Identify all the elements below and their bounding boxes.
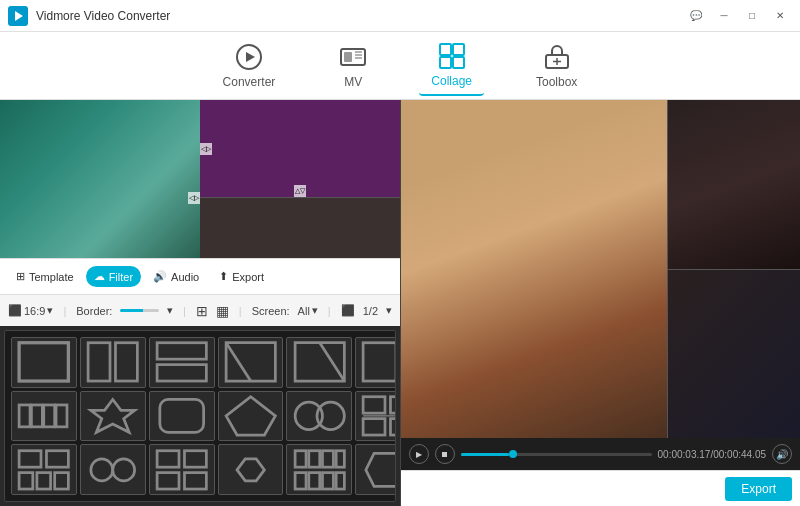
template-item-40[interactable] [286, 444, 352, 495]
toolbox-icon [543, 43, 571, 71]
svg-point-142 [113, 459, 135, 481]
left-video-preview[interactable]: ◁▷ [0, 100, 200, 258]
left-preview-area: ◁▷ ◁▷ △▽ [0, 100, 400, 258]
toolbox-label: Toolbox [536, 75, 577, 89]
right-main-video[interactable] [401, 100, 667, 438]
right-panel: ▶ ⏹ 00:00:03.17/00:00:44.05 🔊 Export [400, 100, 800, 506]
svg-rect-147 [295, 451, 306, 467]
svg-rect-18 [116, 343, 138, 381]
svg-rect-71 [364, 419, 386, 435]
nav-toolbox[interactable]: Toolbox [524, 37, 589, 95]
svg-rect-61 [32, 405, 43, 427]
left-toolbar: ⊞ Template ☁ Filter 🔊 Audio ⬆ Export [0, 258, 400, 294]
svg-rect-11 [440, 57, 451, 68]
svg-rect-20 [157, 365, 206, 381]
screen-label: Screen: [252, 305, 290, 317]
maximize-btn[interactable]: □ [740, 6, 764, 26]
template-item-1[interactable] [80, 337, 146, 388]
mv-icon [339, 43, 367, 71]
svg-line-22 [226, 343, 251, 381]
template-item-22[interactable] [286, 391, 352, 442]
filter-btn[interactable]: ☁ Filter [86, 266, 141, 287]
svg-rect-148 [308, 451, 319, 467]
app-title: Vidmore Video Converter [36, 9, 684, 23]
progress-bar[interactable] [461, 453, 652, 456]
template-item-5[interactable] [355, 337, 396, 388]
border-slider[interactable] [120, 309, 159, 312]
time-display: 00:00:03.17/00:00:44.05 [658, 449, 766, 460]
aspect-ratio-value: 16:9 [24, 305, 45, 317]
nav-collage[interactable]: Collage [419, 36, 484, 96]
svg-marker-155 [366, 453, 396, 486]
export-toolbar-btn[interactable]: ⬆ Export [211, 266, 272, 287]
page-value: 1/2 [363, 305, 378, 317]
svg-marker-21 [226, 343, 275, 381]
playback-bar: ▶ ⏹ 00:00:03.17/00:00:44.05 🔊 [401, 438, 800, 470]
svg-rect-146 [184, 472, 206, 488]
template-item-36[interactable] [11, 444, 77, 495]
resize-handle-right[interactable]: ◁▷ [188, 192, 200, 204]
svg-rect-149 [322, 451, 333, 467]
converter-label: Converter [223, 75, 276, 89]
template-item-39[interactable] [218, 444, 284, 495]
template-item-4[interactable] [286, 337, 352, 388]
svg-rect-60 [19, 405, 30, 427]
template-btn[interactable]: ⊞ Template [8, 266, 82, 287]
export-button[interactable]: Export [725, 477, 792, 501]
right-top-panel[interactable] [667, 100, 800, 270]
template-item-2[interactable] [149, 337, 215, 388]
border-dropdown-btn[interactable]: ▾ [167, 304, 173, 317]
svg-rect-10 [453, 44, 464, 55]
resize-handle-left[interactable]: ◁▷ [200, 143, 212, 155]
aspect-ratio-chevron: ▾ [47, 304, 53, 317]
close-btn[interactable]: ✕ [768, 6, 792, 26]
dark-video-preview[interactable] [200, 197, 400, 258]
template-item-37[interactable] [80, 444, 146, 495]
resize-handle-bottom[interactable]: △▽ [294, 185, 306, 197]
template-item-23[interactable] [355, 391, 396, 442]
cake-video-preview[interactable]: ◁▷ △▽ [200, 100, 400, 197]
template-item-18[interactable] [11, 391, 77, 442]
pattern-btn[interactable]: ⊞ [196, 303, 208, 319]
svg-rect-150 [336, 451, 344, 467]
template-item-3[interactable] [218, 337, 284, 388]
nav-converter[interactable]: Converter [211, 37, 288, 95]
stop-button[interactable]: ⏹ [435, 444, 455, 464]
svg-marker-3 [246, 52, 255, 62]
svg-rect-70 [391, 397, 396, 413]
svg-marker-64 [91, 400, 135, 433]
right-preview-main [401, 100, 800, 438]
nav-mv[interactable]: MV [327, 37, 379, 95]
svg-rect-145 [157, 472, 179, 488]
template-item-38[interactable] [149, 444, 215, 495]
filter-icon: ☁ [94, 270, 105, 283]
template-item-41[interactable] [355, 444, 396, 495]
play-button[interactable]: ▶ [409, 444, 429, 464]
top-nav: Converter MV Collage [0, 32, 800, 100]
message-btn[interactable]: 💬 [684, 6, 708, 26]
right-bottom-panel[interactable] [667, 270, 800, 439]
template-item-0[interactable] [11, 337, 77, 388]
audio-btn[interactable]: 🔊 Audio [145, 266, 207, 287]
template-item-21[interactable] [218, 391, 284, 442]
svg-rect-63 [56, 405, 67, 427]
texture-btn[interactable]: ▦ [216, 303, 229, 319]
right-side-panels [667, 100, 800, 438]
minimize-btn[interactable]: ─ [712, 6, 736, 26]
svg-rect-9 [440, 44, 451, 55]
options-bar: ⬛ 16:9 ▾ | Border: ▾ | ⊞ ▦ | Screen: All… [0, 294, 400, 326]
template-item-20[interactable] [149, 391, 215, 442]
svg-point-141 [91, 459, 113, 481]
progress-knob[interactable] [509, 450, 517, 458]
audio-icon: 🔊 [153, 270, 167, 283]
screen-select[interactable]: All ▾ [298, 304, 318, 317]
svg-rect-19 [157, 343, 206, 359]
template-item-19[interactable] [80, 391, 146, 442]
aspect-ratio-select[interactable]: ⬛ 16:9 ▾ [8, 304, 53, 317]
template-icon: ⊞ [16, 270, 25, 283]
svg-rect-154 [336, 472, 344, 488]
svg-marker-66 [226, 397, 275, 435]
collage-icon [438, 42, 466, 70]
title-bar: Vidmore Video Converter 💬 ─ □ ✕ [0, 0, 800, 32]
volume-btn[interactable]: 🔊 [772, 444, 792, 464]
